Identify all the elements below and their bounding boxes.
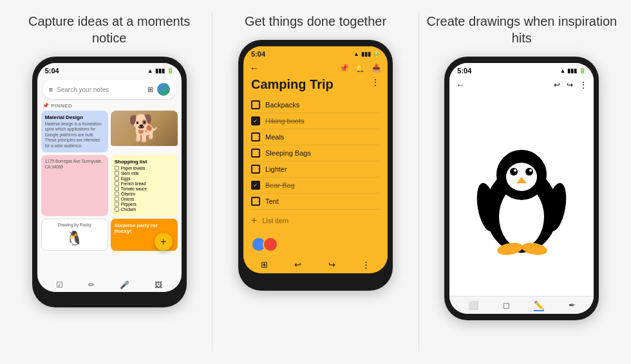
- status-time-3: 5:04: [457, 67, 471, 75]
- list-item: Paper towels: [115, 166, 174, 170]
- penguin-icon-small: 🐧: [66, 230, 83, 247]
- checkbox-hiking-boots[interactable]: ✓: [251, 116, 260, 125]
- checklist-header: ← 📌 🔔 📥: [243, 60, 388, 75]
- list-item: Cilantro: [115, 192, 174, 196]
- status-bar-1: 5:04 ▲ ▮▮▮ 🔋: [37, 63, 182, 77]
- image-icon[interactable]: 🖼: [155, 280, 162, 289]
- panel-capture: Capture ideas at a moments notice 5:04 ▲…: [6, 13, 212, 351]
- cl-text-sleeping-bags: Sleeping Bags: [265, 149, 380, 157]
- cl-item-meals[interactable]: Meals: [251, 129, 380, 145]
- checkbox-sleeping-bags[interactable]: [251, 149, 260, 158]
- pencil-tool[interactable]: ✒: [569, 300, 576, 311]
- collaborators-avatars: [251, 237, 274, 252]
- archive-icon[interactable]: 📥: [372, 64, 381, 73]
- checkbox-bear-bag[interactable]: ✓: [251, 181, 260, 190]
- app-container: Capture ideas at a moments notice 5:04 ▲…: [0, 0, 631, 364]
- more-options-icon[interactable]: ⋮: [362, 260, 370, 269]
- panel-drawing: Create drawings when inspiration hits 5:…: [419, 13, 625, 351]
- list-item: Skim milk: [115, 171, 174, 176]
- cl-text-tent: Tent: [265, 197, 380, 205]
- select-tool[interactable]: ⬜: [468, 300, 478, 311]
- bottom-toolbar-2: ⊞ ↩ ↪ ⋮: [243, 256, 388, 273]
- notes-grid: Material Design Material design is a fou…: [37, 111, 182, 253]
- status-icons-2: ▲ ▮▮▮ 🔋: [353, 51, 380, 57]
- pin-icon[interactable]: 📌: [339, 64, 349, 73]
- cl-item-hiking-boots[interactable]: ✓ Hiking boots: [251, 113, 380, 129]
- eraser-tool[interactable]: ◻: [503, 300, 510, 311]
- cl-bottom: [243, 232, 388, 256]
- avatar: [157, 83, 170, 96]
- penguin-drawing: [470, 133, 573, 255]
- drawing-canvas[interactable]: [449, 93, 594, 296]
- list-item: Tomato sauce: [115, 187, 174, 191]
- checkbox-backpacks[interactable]: [251, 100, 260, 109]
- checkbox-lighter[interactable]: [251, 165, 260, 174]
- more-icon-drawing[interactable]: ⋮: [579, 80, 587, 89]
- more-icon[interactable]: ⋮: [371, 77, 380, 87]
- phone-screen-2: 5:04 ▲ ▮▮▮ 🔋 ← 📌 🔔 📥: [243, 46, 388, 273]
- fab-button[interactable]: +: [155, 233, 173, 251]
- status-icons-3: ▲ ▮▮▮ 🔋: [560, 68, 586, 74]
- phone-frame-2: 5:04 ▲ ▮▮▮ 🔋 ← 📌 🔔 📥: [238, 40, 393, 291]
- back-icon-drawing[interactable]: ←: [456, 80, 465, 90]
- status-time-1: 5:04: [45, 67, 59, 75]
- collaborator-avatar-2: [263, 237, 278, 252]
- panel3-title: Create drawings when inspiration hits: [426, 13, 618, 46]
- phone-frame-1: 5:04 ▲ ▮▮▮ 🔋 ≡ Search your notes ⊞ �: [32, 57, 187, 307]
- note-dog-image[interactable]: 🐕: [111, 111, 178, 152]
- bottom-toolbar-1: ☑ ✏ 🎤 🖼: [37, 277, 182, 292]
- cl-text-backpacks: Backpacks: [265, 101, 380, 109]
- undo-icon[interactable]: ↩: [294, 260, 301, 269]
- cl-item-backpacks[interactable]: Backpacks: [251, 97, 380, 113]
- svg-point-7: [529, 169, 532, 172]
- redo-icon-drawing[interactable]: ↪: [567, 80, 573, 89]
- panel2-title: Get things done together: [245, 13, 386, 30]
- note-material-design[interactable]: Material Design Material design is a fou…: [41, 111, 108, 152]
- svg-point-4: [510, 168, 518, 176]
- cl-item-tent[interactable]: Tent: [251, 194, 380, 210]
- status-icons-1: ▲ ▮▮▮ 🔋: [147, 68, 174, 74]
- pen-icon[interactable]: ✏: [88, 280, 95, 289]
- cl-item-lighter[interactable]: Lighter: [251, 161, 380, 177]
- add-item-row[interactable]: + List item: [251, 210, 380, 232]
- panel-checklist: Get things done together 5:04 ▲ ▮▮▮ 🔋 ← …: [212, 13, 419, 351]
- status-bar-2: 5:04 ▲ ▮▮▮ 🔋: [243, 46, 388, 60]
- undo-icon-drawing[interactable]: ↩: [554, 80, 560, 89]
- pen-tool[interactable]: ✏️: [534, 300, 544, 311]
- mic-icon[interactable]: 🎤: [120, 280, 129, 289]
- grid-icon: ⊞: [147, 86, 153, 94]
- drawing-header-icons: ↩ ↪ ⋮: [554, 80, 587, 89]
- drawing-header: ← ↩ ↪ ⋮: [449, 77, 594, 93]
- svg-point-6: [525, 168, 533, 176]
- checkbox-tent[interactable]: [251, 197, 260, 206]
- add-note-icon[interactable]: ⊞: [261, 260, 268, 269]
- panel1-title: Capture ideas at a moments notice: [13, 13, 205, 46]
- bell-icon[interactable]: 🔔: [355, 64, 365, 73]
- phone-frame-3: 5:04 ▲ ▮▮▮ 🔋 ← ↩ ↪ ⋮: [444, 57, 599, 320]
- checklist-title-row: Camping Trip ⋮: [243, 75, 388, 97]
- hamburger-icon: ≡: [49, 86, 53, 93]
- cl-text-lighter: Lighter: [265, 165, 380, 173]
- checklist-title: Camping Trip: [251, 77, 334, 92]
- note-penguin-drawing[interactable]: Drawing by Rocky 🐧: [41, 219, 108, 250]
- add-icon: +: [251, 215, 257, 226]
- search-bar[interactable]: ≡ Search your notes ⊞: [42, 80, 176, 99]
- back-icon[interactable]: ←: [250, 63, 259, 73]
- checklist-body: Backpacks ✓ Hiking boots Meals Sleeping …: [243, 97, 388, 232]
- note-address[interactable]: 1175 Borregas Ave Sunnyvale, CA 94089: [41, 155, 108, 216]
- cl-item-bear-bag[interactable]: ✓ Bear Bag: [251, 177, 380, 194]
- cl-text-hiking-boots: Hiking boots: [265, 117, 380, 125]
- list-item: French bread: [115, 181, 174, 186]
- list-item: Chicken: [115, 207, 174, 212]
- note-shopping-list[interactable]: Shopping list Paper towels Skim milk Egg…: [111, 155, 178, 216]
- checkbox-meals[interactable]: [251, 132, 260, 141]
- cl-item-sleeping-bags[interactable]: Sleeping Bags: [251, 145, 380, 161]
- redo-icon[interactable]: ↪: [328, 260, 335, 269]
- add-item-label: List item: [262, 217, 288, 224]
- list-item: Eggs: [115, 176, 174, 181]
- checkbox-icon[interactable]: ☑: [56, 280, 63, 289]
- list-item: Peppers: [115, 202, 174, 206]
- header-icons: 📌 🔔 📥: [339, 64, 381, 73]
- pinned-label: 📌 PINNED: [37, 103, 182, 111]
- dog-photo: 🐕: [111, 111, 178, 146]
